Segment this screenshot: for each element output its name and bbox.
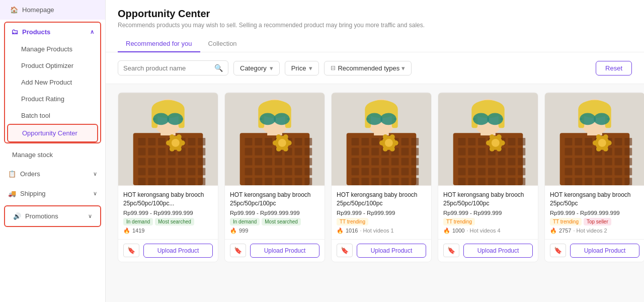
upload-product-button[interactable]: Upload Product <box>357 244 426 258</box>
recommended-types-dropdown[interactable]: ⊟ Recommended types ▾ <box>324 61 412 76</box>
product-badges: TT trending <box>337 218 426 225</box>
svg-point-213 <box>492 139 500 147</box>
svg-point-272 <box>593 140 598 145</box>
home-icon: 🏠 <box>10 6 18 14</box>
sidebar-opportunity-center[interactable]: Opportunity Center <box>7 124 98 142</box>
upload-product-button[interactable]: Upload Product <box>463 244 533 258</box>
svg-rect-175 <box>468 168 475 175</box>
product-image <box>118 93 218 186</box>
product-stats: 🔥 2757 · Hot videos 2 <box>550 228 639 234</box>
product-badges: In demandMost searched <box>123 218 213 225</box>
product-name: HOT kerongsang baby brooch 25pc/50pc/100… <box>443 191 533 208</box>
svg-rect-195 <box>508 168 516 175</box>
svg-rect-130 <box>381 168 389 175</box>
product-badge: TT trending <box>550 218 582 225</box>
reset-button[interactable]: Reset <box>596 61 632 76</box>
svg-rect-75 <box>275 168 282 175</box>
product-fire-count: 1419 <box>132 228 144 234</box>
svg-point-163 <box>383 134 388 139</box>
bookmark-button[interactable]: 🔖 <box>550 244 566 257</box>
svg-rect-137 <box>401 138 409 145</box>
svg-rect-13 <box>158 148 166 156</box>
svg-rect-224 <box>565 158 573 166</box>
fire-icon: 🔥 <box>337 228 344 234</box>
svg-rect-139 <box>401 158 409 166</box>
svg-point-48 <box>172 139 180 147</box>
svg-rect-227 <box>575 138 582 145</box>
svg-point-162 <box>379 140 384 145</box>
svg-rect-223 <box>565 148 573 156</box>
price-dropdown[interactable]: Price ▾ <box>285 61 319 76</box>
sidebar-orders-header[interactable]: 📋 Orders ∨ <box>0 164 105 184</box>
svg-rect-83 <box>295 148 302 156</box>
svg-rect-15 <box>158 168 166 175</box>
svg-rect-255 <box>624 168 632 175</box>
svg-point-109 <box>283 134 288 139</box>
svg-rect-64 <box>255 158 262 166</box>
sidebar-product-optimizer[interactable]: Product Optimizer <box>7 57 98 74</box>
sidebar-promotions-header[interactable]: 🔊 Promotions ∨ <box>4 205 101 227</box>
svg-rect-239 <box>595 158 602 166</box>
svg-rect-225 <box>565 168 573 175</box>
bookmark-button[interactable]: 🔖 <box>443 244 459 257</box>
svg-rect-247 <box>615 138 622 145</box>
svg-rect-230 <box>575 168 582 175</box>
svg-rect-21 <box>168 178 176 185</box>
svg-point-54 <box>177 134 182 139</box>
fire-icon: 🔥 <box>230 228 237 234</box>
svg-point-164 <box>390 134 395 139</box>
sidebar-products-header[interactable]: 🗂 Products ∧ <box>5 23 100 41</box>
upload-product-button[interactable]: Upload Product <box>250 244 319 258</box>
product-fire-count: 1000 <box>452 228 464 234</box>
svg-rect-7 <box>148 138 155 145</box>
bookmark-button[interactable]: 🔖 <box>230 244 246 257</box>
svg-rect-198 <box>518 148 525 156</box>
svg-rect-186 <box>488 178 496 185</box>
svg-point-274 <box>603 134 608 139</box>
search-product-input-wrap[interactable]: 🔍 <box>118 60 228 76</box>
svg-rect-233 <box>585 148 592 156</box>
svg-rect-196 <box>508 178 516 185</box>
sidebar-item-homepage[interactable]: 🏠 Homepage <box>0 0 105 20</box>
search-product-input[interactable] <box>123 64 211 72</box>
product-fire-count: 1016 <box>346 228 358 234</box>
sidebar-manage-stock[interactable]: Manage stock <box>4 146 101 163</box>
bookmark-button[interactable]: 🔖 <box>123 244 139 257</box>
category-dropdown[interactable]: Category ▾ <box>233 61 280 76</box>
svg-rect-10 <box>148 168 155 175</box>
sidebar-product-rating[interactable]: Product Rating <box>7 91 98 107</box>
svg-rect-172 <box>468 138 475 145</box>
upload-product-button[interactable]: Upload Product <box>143 244 213 258</box>
svg-point-218 <box>490 134 495 139</box>
chevron-down-icon: ▾ <box>309 64 312 72</box>
product-stats: 🔥 1016 · Hot videos 1 <box>337 228 426 234</box>
sidebar-manage-products[interactable]: Manage Products <box>7 41 98 57</box>
svg-rect-34 <box>198 158 205 166</box>
svg-rect-63 <box>255 148 262 156</box>
bookmark-button[interactable]: 🔖 <box>337 244 353 257</box>
product-badge: TT trending <box>443 218 475 225</box>
sidebar-shipping-header[interactable]: 🚚 Shipping ∨ <box>0 184 105 203</box>
svg-rect-244 <box>605 158 612 166</box>
product-extra: · Hot videos 4 <box>466 228 500 234</box>
product-card: HOT kerongsang baby brooch 25pc/50pc Rp9… <box>544 92 644 262</box>
svg-rect-82 <box>295 138 302 145</box>
svg-point-219 <box>497 134 502 139</box>
svg-rect-68 <box>265 148 272 156</box>
sidebar-add-new-product[interactable]: Add New Product <box>7 74 98 91</box>
svg-rect-168 <box>458 148 466 156</box>
tab-collection[interactable]: Collection <box>200 36 245 52</box>
shipping-icon: 🚚 <box>8 190 16 197</box>
svg-rect-170 <box>458 168 466 175</box>
svg-rect-70 <box>265 168 272 175</box>
tab-recommended-for-you[interactable]: Recommended for you <box>118 36 200 52</box>
product-badge: TT trending <box>337 218 368 225</box>
product-badges: TT trendingTop seller <box>550 218 639 225</box>
svg-rect-118 <box>361 148 369 156</box>
svg-rect-57 <box>245 138 253 145</box>
sidebar-batch-tool[interactable]: Batch tool <box>7 107 98 124</box>
upload-product-button[interactable]: Upload Product <box>570 244 639 258</box>
svg-rect-264 <box>595 118 596 121</box>
svg-point-103 <box>278 139 286 147</box>
svg-rect-226 <box>565 178 573 185</box>
